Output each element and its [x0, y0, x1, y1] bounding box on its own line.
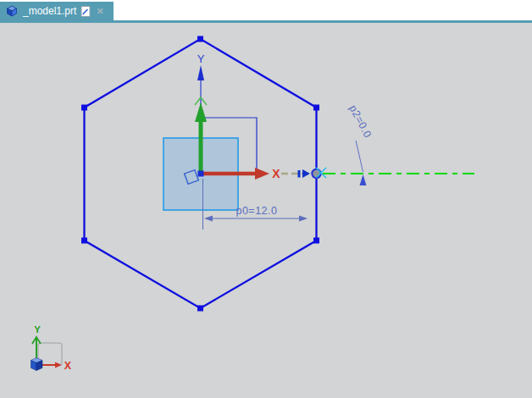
y-axis-label: Y — [197, 53, 205, 65]
tab-bar: _model1.prt ✕ — [0, 0, 532, 20]
graphics-window[interactable]: Y X p0=12.0 p2 — [0, 23, 532, 398]
tab-title: _model1.prt — [23, 5, 76, 17]
triad-y-label: Y — [34, 324, 41, 334]
tab-model1[interactable]: _model1.prt ✕ — [0, 2, 114, 20]
wcs-origin-point[interactable] — [198, 171, 204, 177]
direction-arrow — [298, 169, 311, 178]
close-icon[interactable]: ✕ — [96, 7, 103, 16]
document-edit-icon — [80, 5, 91, 18]
part-cube-icon — [5, 4, 19, 18]
dimension-p0-text[interactable]: p0=12.0 — [236, 205, 277, 217]
dimension-p2-text[interactable]: p2=0.0 — [346, 103, 374, 140]
view-triad: Y X — [31, 324, 72, 372]
triad-origin-cube-icon — [31, 358, 43, 371]
x-axis-marker: X — [272, 167, 280, 180]
sketch-viewport[interactable]: Y X p0=12.0 p2 — [0, 23, 532, 398]
triad-x-label: X — [64, 360, 72, 372]
